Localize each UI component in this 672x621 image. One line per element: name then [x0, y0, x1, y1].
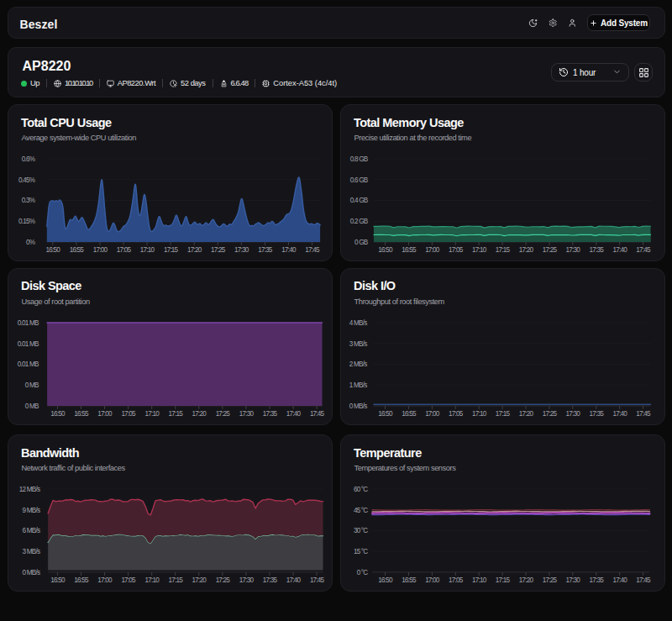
svg-text:16:55: 16:55 — [70, 246, 85, 254]
svg-text:17:10: 17:10 — [140, 246, 155, 254]
svg-text:17:05: 17:05 — [117, 246, 132, 254]
svg-text:17:40: 17:40 — [286, 410, 302, 418]
svg-text:17:40: 17:40 — [286, 576, 302, 584]
svg-text:17:05: 17:05 — [121, 576, 136, 584]
svg-text:0 MB/s: 0 MB/s — [349, 402, 367, 409]
svg-text:0.6 GB: 0.6 GB — [350, 176, 369, 184]
svg-text:16:55: 16:55 — [74, 576, 89, 584]
svg-text:17:05: 17:05 — [121, 410, 136, 418]
svg-text:17:10: 17:10 — [472, 410, 487, 418]
svg-text:17:20: 17:20 — [192, 576, 207, 584]
svg-text:17:10: 17:10 — [144, 410, 160, 418]
svg-text:17:35: 17:35 — [263, 576, 278, 584]
svg-text:17:20: 17:20 — [519, 246, 534, 254]
svg-text:17:05: 17:05 — [449, 246, 464, 254]
svg-text:17:00: 17:00 — [97, 410, 113, 418]
svg-text:17:00: 17:00 — [93, 246, 108, 254]
svg-text:17:25: 17:25 — [211, 246, 226, 254]
svg-text:16:50: 16:50 — [378, 246, 393, 254]
svg-text:17:00: 17:00 — [425, 246, 440, 254]
svg-text:0 MB/s: 0 MB/s — [23, 569, 40, 576]
svg-text:17:00: 17:00 — [97, 576, 113, 584]
svg-text:17:40: 17:40 — [612, 410, 627, 418]
svg-text:17:00: 17:00 — [425, 410, 440, 418]
svg-text:0.45%: 0.45% — [18, 176, 35, 184]
svg-text:12 MB/s: 12 MB/s — [19, 486, 40, 493]
svg-text:17:35: 17:35 — [590, 246, 605, 254]
svg-text:17:45: 17:45 — [636, 410, 651, 418]
svg-text:17:30: 17:30 — [566, 576, 581, 584]
svg-text:60 °C: 60 °C — [354, 486, 368, 493]
svg-text:17:15: 17:15 — [169, 576, 184, 584]
svg-text:17:15: 17:15 — [496, 576, 511, 584]
svg-text:17:40: 17:40 — [612, 246, 627, 254]
svg-text:16:55: 16:55 — [402, 576, 417, 584]
svg-text:45 °C: 45 °C — [354, 507, 368, 514]
svg-text:0.4 GB: 0.4 GB — [350, 197, 369, 204]
svg-text:0.6%: 0.6% — [22, 155, 35, 163]
svg-text:17:35: 17:35 — [258, 246, 273, 254]
svg-text:17:20: 17:20 — [192, 410, 207, 418]
svg-text:17:15: 17:15 — [169, 410, 184, 418]
svg-text:30 °C: 30 °C — [354, 527, 368, 534]
svg-text:0.3%: 0.3% — [22, 197, 35, 204]
svg-text:16:50: 16:50 — [50, 576, 66, 584]
svg-text:17:30: 17:30 — [239, 410, 255, 418]
svg-text:17:45: 17:45 — [310, 410, 325, 418]
svg-text:17:30: 17:30 — [566, 410, 581, 418]
svg-text:16:50: 16:50 — [46, 246, 61, 254]
svg-text:0 GB: 0 GB — [354, 239, 369, 246]
svg-text:17:20: 17:20 — [187, 246, 202, 254]
svg-text:17:20: 17:20 — [519, 410, 534, 418]
svg-text:17:45: 17:45 — [310, 576, 325, 584]
svg-text:17:10: 17:10 — [144, 576, 160, 584]
svg-text:16:55: 16:55 — [74, 410, 89, 418]
svg-text:16:50: 16:50 — [378, 576, 393, 584]
svg-text:17:25: 17:25 — [216, 410, 231, 418]
svg-text:17:35: 17:35 — [263, 410, 278, 418]
svg-text:17:10: 17:10 — [472, 576, 487, 584]
svg-text:3 MB/s: 3 MB/s — [23, 548, 40, 555]
svg-text:17:35: 17:35 — [590, 410, 605, 418]
svg-text:2 MB/s: 2 MB/s — [349, 360, 367, 368]
svg-text:17:05: 17:05 — [449, 576, 464, 584]
svg-text:0.01 MB: 0.01 MB — [18, 360, 39, 368]
svg-text:17:30: 17:30 — [239, 576, 255, 584]
svg-text:0.15%: 0.15% — [18, 218, 35, 225]
svg-text:0.01 MB: 0.01 MB — [18, 339, 39, 347]
svg-text:17:25: 17:25 — [543, 576, 558, 584]
svg-text:17:25: 17:25 — [216, 576, 231, 584]
svg-text:16:50: 16:50 — [50, 410, 66, 418]
svg-text:17:35: 17:35 — [590, 576, 605, 584]
svg-text:17:40: 17:40 — [281, 246, 297, 254]
svg-text:17:05: 17:05 — [449, 410, 464, 418]
svg-text:6 MB/s: 6 MB/s — [23, 527, 40, 534]
svg-text:17:25: 17:25 — [543, 246, 558, 254]
svg-text:17:45: 17:45 — [636, 246, 651, 254]
svg-text:15 °C: 15 °C — [354, 548, 368, 555]
svg-text:0.01 MB: 0.01 MB — [18, 319, 39, 327]
svg-text:3 MB/s: 3 MB/s — [349, 339, 367, 347]
svg-text:17:45: 17:45 — [636, 576, 651, 584]
svg-text:17:30: 17:30 — [566, 246, 581, 254]
svg-text:17:15: 17:15 — [164, 246, 179, 254]
svg-text:0 °C: 0 °C — [357, 569, 369, 576]
svg-text:16:50: 16:50 — [378, 410, 393, 418]
svg-text:17:10: 17:10 — [472, 246, 487, 254]
svg-text:0.2 GB: 0.2 GB — [350, 218, 369, 225]
svg-text:17:30: 17:30 — [234, 246, 249, 254]
svg-text:0 MB: 0 MB — [25, 382, 39, 389]
svg-text:4 MB/s: 4 MB/s — [349, 319, 367, 327]
svg-text:17:15: 17:15 — [496, 410, 511, 418]
svg-text:0%: 0% — [26, 239, 35, 246]
svg-text:17:15: 17:15 — [496, 246, 511, 254]
svg-text:17:45: 17:45 — [305, 246, 320, 254]
svg-text:17:40: 17:40 — [612, 576, 627, 584]
svg-text:0.8 GB: 0.8 GB — [350, 155, 369, 163]
svg-text:16:55: 16:55 — [402, 410, 417, 418]
svg-text:16:55: 16:55 — [402, 246, 417, 254]
svg-text:17:00: 17:00 — [425, 576, 440, 584]
svg-text:1 MB/s: 1 MB/s — [349, 382, 367, 389]
svg-text:17:20: 17:20 — [519, 576, 534, 584]
svg-text:0 MB: 0 MB — [25, 402, 39, 409]
